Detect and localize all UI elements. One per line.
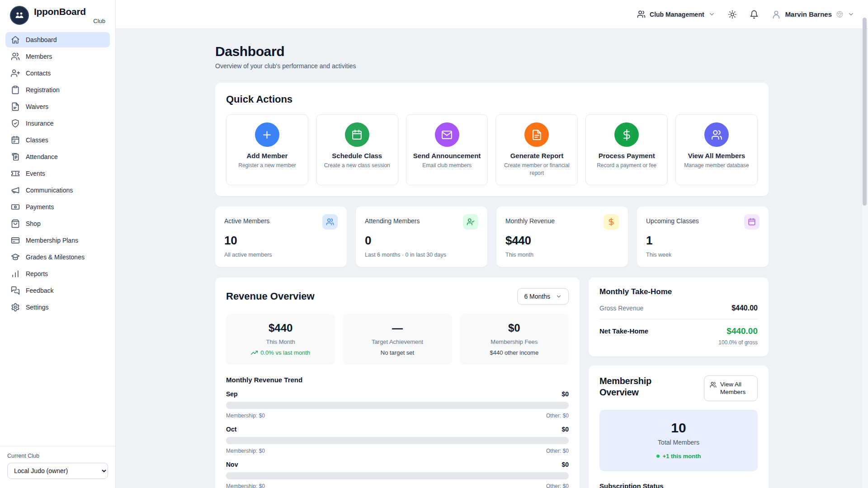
revenue-box-label: This Month <box>231 338 330 345</box>
sidebar-item-registration[interactable]: Registration <box>5 82 110 98</box>
gear-icon <box>11 303 20 312</box>
sidebar-item-insurance[interactable]: Insurance <box>5 116 110 131</box>
user-avatar-icon <box>771 9 781 19</box>
trend-row-oct: Oct $0 Membership: $0 Other: $0 <box>226 426 569 454</box>
user-menu[interactable]: Marvin Barnes <box>771 9 854 19</box>
sidebar-item-communications[interactable]: Communications <box>5 183 110 198</box>
stat-value: 10 <box>224 234 338 248</box>
sidebar-item-contacts[interactable]: Contacts <box>5 66 110 81</box>
sidebar-item-waivers[interactable]: Waivers <box>5 99 110 114</box>
sidebar-item-dashboard[interactable]: Dashboard <box>5 32 110 47</box>
stat-caption: This month <box>505 252 619 258</box>
generate-report-button[interactable]: Generate Report Create member or financi… <box>495 114 578 185</box>
trend-month: Sep <box>226 390 238 398</box>
total-members-value: 10 <box>607 420 750 436</box>
process-payment-button[interactable]: Process Payment Record a payment or fee <box>585 114 668 185</box>
sidebar-item-grades-milestones[interactable]: Grades & Milestones <box>5 249 110 265</box>
brand-name: IpponBoard <box>34 6 105 17</box>
sidebar-item-label: Waivers <box>26 103 48 110</box>
add-member-button[interactable]: Add Member Register a new member <box>226 114 308 185</box>
send-announcement-button[interactable]: Send Announcement Email club members <box>406 114 488 185</box>
users-icon <box>710 381 717 388</box>
users-icon <box>11 52 20 61</box>
bell-icon <box>750 10 759 19</box>
stats-row: Active Members 10 All active members Att… <box>215 206 769 267</box>
revenue-box-value: $0 <box>464 322 564 334</box>
sidebar-item-membership-plans[interactable]: Membership Plans <box>5 233 110 248</box>
quick-action-title: View All Members <box>688 152 745 160</box>
trend-bar <box>226 472 569 479</box>
user-check-icon <box>463 214 478 230</box>
credit-card-icon <box>11 236 20 245</box>
range-select[interactable]: 6 Months <box>517 288 569 305</box>
quick-actions-section: Quick Actions Add Member Register a new … <box>215 83 769 196</box>
trend-row-sep: Sep $0 Membership: $0 Other: $0 <box>226 390 569 419</box>
total-members-label: Total Members <box>607 439 750 446</box>
stat-label: Attending Members <box>365 214 420 225</box>
membership-overview-title: Membership Overview <box>599 375 667 398</box>
quick-action-subtitle: Record a payment or fee <box>597 162 656 169</box>
trend-other: Other: $0 <box>546 483 569 488</box>
sidebar-item-payments[interactable]: Payments <box>5 199 110 215</box>
sun-icon <box>728 10 737 19</box>
theme-toggle-button[interactable] <box>728 10 737 19</box>
quick-action-subtitle: Manage member database <box>684 162 749 169</box>
brand-subtitle: Club <box>34 18 105 24</box>
schedule-class-button[interactable]: Schedule Class Create a new class sessio… <box>316 114 398 185</box>
users-icon <box>322 214 338 230</box>
trending-up-icon <box>251 349 258 356</box>
quick-action-subtitle: Register a new member <box>238 162 296 169</box>
trend-membership: Membership: $0 <box>226 413 265 419</box>
sidebar-item-classes[interactable]: Classes <box>5 132 110 148</box>
quick-action-title: Process Payment <box>599 152 655 160</box>
subscription-status-title: Subscription Status <box>599 482 758 488</box>
quick-action-title: Send Announcement <box>413 152 481 160</box>
sidebar-item-label: Reports <box>26 270 48 277</box>
trend-row-nov: Nov $0 Membership: $0 Other: $0 <box>226 461 569 488</box>
sidebar-item-label: Events <box>26 170 45 177</box>
sidebar-item-feedback[interactable]: Feedback <box>5 283 110 298</box>
sidebar-item-members[interactable]: Members <box>5 49 110 64</box>
divider <box>599 319 758 319</box>
revenue-overview-section: Revenue Overview 6 Months $440 This Mont… <box>215 277 580 488</box>
sidebar-item-label: Members <box>26 53 52 60</box>
sidebar: IpponBoard Club Dashboard Members Contac… <box>0 0 116 488</box>
current-club-section: Current Club Local Judo (owner) <box>0 446 115 488</box>
stat-card-monthly-revenue: Monthly Revenue $440 This month <box>496 206 628 267</box>
club-logo <box>10 6 29 25</box>
chevron-down-icon <box>708 11 715 18</box>
stat-caption: This week <box>646 252 760 258</box>
home-icon <box>11 35 20 44</box>
sidebar-item-label: Feedback <box>26 287 53 294</box>
sidebar-nav: Dashboard Members Contacts Registration … <box>0 28 115 319</box>
clipboard-list-icon <box>11 152 20 161</box>
calendar-icon <box>345 122 369 147</box>
file-text-icon <box>524 122 549 147</box>
view-all-members-link[interactable]: View All Members <box>704 375 758 401</box>
user-name: Marvin Barnes <box>785 10 832 18</box>
sidebar-item-settings[interactable]: Settings <box>5 300 110 315</box>
view-all-members-button[interactable]: View All Members Manage member database <box>675 114 758 185</box>
stat-value: $440 <box>505 234 619 248</box>
gross-revenue-label: Gross Revenue <box>599 305 643 312</box>
take-home-title: Monthly Take-Home <box>599 287 758 296</box>
sidebar-item-label: Insurance <box>26 120 53 127</box>
scrollbar-thumb[interactable] <box>863 18 867 206</box>
sidebar-item-events[interactable]: Events <box>5 166 110 181</box>
trend-bar <box>226 402 569 409</box>
quick-action-subtitle: Email club members <box>422 162 472 169</box>
topbar: Club Management Marvin Barnes <box>116 0 868 29</box>
sidebar-item-attendance[interactable]: Attendance <box>5 149 110 164</box>
notifications-button[interactable] <box>750 10 759 19</box>
club-management-label: Club Management <box>650 11 704 18</box>
sidebar-item-reports[interactable]: Reports <box>5 266 110 282</box>
users-icon <box>637 10 646 19</box>
bar-chart-icon <box>11 269 20 278</box>
trend-month: Nov <box>226 461 238 468</box>
shopping-bag-icon <box>11 219 20 228</box>
sidebar-item-shop[interactable]: Shop <box>5 216 110 231</box>
club-management-menu[interactable]: Club Management <box>637 10 715 19</box>
current-club-select[interactable]: Local Judo (owner) <box>7 463 108 479</box>
main-area: Club Management Marvin Barnes Dashboard … <box>116 0 868 488</box>
dollar-icon <box>604 214 619 230</box>
